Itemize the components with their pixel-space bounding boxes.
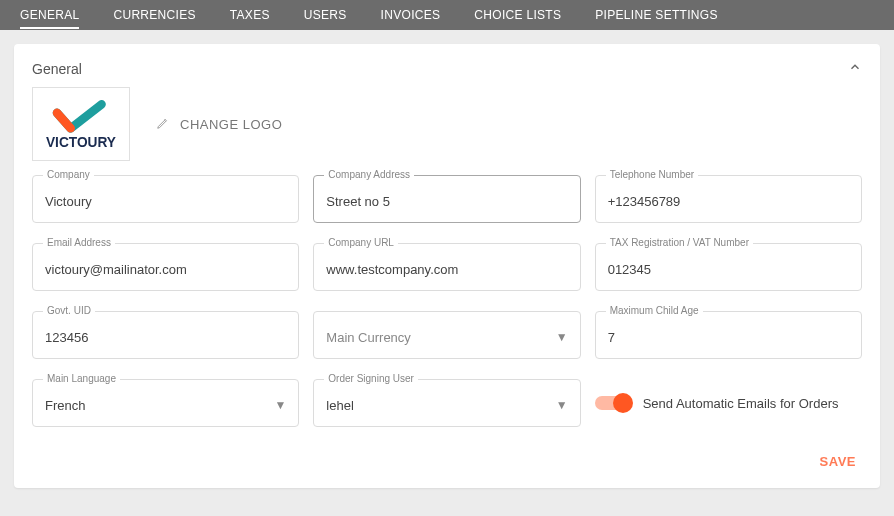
top-nav: GENERAL CURRENCIES TAXES USERS INVOICES … xyxy=(0,0,894,30)
chevron-down-icon: ▼ xyxy=(556,398,568,412)
max-child-age-label: Maximum Child Age xyxy=(606,305,703,316)
change-logo-label: CHANGE LOGO xyxy=(180,117,282,132)
company-address-value: Street no 5 xyxy=(326,194,567,209)
toggle-knob xyxy=(613,393,633,413)
card-title: General xyxy=(32,61,82,77)
telephone-value: +123456789 xyxy=(608,194,849,209)
govt-uid-label: Govt. UID xyxy=(43,305,95,316)
email-value: victoury@mailinator.com xyxy=(45,262,286,277)
order-signing-user-label: Order Signing User xyxy=(324,373,418,384)
main-currency-placeholder: Main Currency xyxy=(326,330,567,345)
email-field[interactable]: Email Address victoury@mailinator.com xyxy=(32,243,299,291)
vat-field[interactable]: TAX Registration / VAT Number 012345 xyxy=(595,243,862,291)
company-url-field[interactable]: Company URL www.testcompany.com xyxy=(313,243,580,291)
company-address-field[interactable]: Company Address Street no 5 xyxy=(313,175,580,223)
auto-emails-label: Send Automatic Emails for Orders xyxy=(643,396,839,411)
company-field[interactable]: Company Victoury xyxy=(32,175,299,223)
change-logo-button[interactable]: CHANGE LOGO xyxy=(156,116,282,133)
max-child-age-field[interactable]: Maximum Child Age 7 xyxy=(595,311,862,359)
order-signing-user-value: lehel xyxy=(326,398,567,413)
govt-uid-value: 123456 xyxy=(45,330,286,345)
nav-tab-choice-lists[interactable]: CHOICE LISTS xyxy=(474,1,561,29)
company-value: Victoury xyxy=(45,194,286,209)
auto-emails-row: Send Automatic Emails for Orders xyxy=(595,379,862,427)
main-currency-select[interactable]: Main Currency ▼ xyxy=(313,311,580,359)
chevron-down-icon: ▼ xyxy=(556,330,568,344)
telephone-field[interactable]: Telephone Number +123456789 xyxy=(595,175,862,223)
nav-tab-taxes[interactable]: TAXES xyxy=(230,1,270,29)
max-child-age-value: 7 xyxy=(608,330,849,345)
govt-uid-field[interactable]: Govt. UID 123456 xyxy=(32,311,299,359)
main-language-value: French xyxy=(45,398,286,413)
nav-tab-currencies[interactable]: CURRENCIES xyxy=(113,1,195,29)
general-card: General VICTOURY CHANGE LOGO xyxy=(14,44,880,488)
company-url-value: www.testcompany.com xyxy=(326,262,567,277)
company-label: Company xyxy=(43,169,94,180)
save-button[interactable]: SAVE xyxy=(814,453,862,470)
telephone-label: Telephone Number xyxy=(606,169,699,180)
nav-tab-general[interactable]: GENERAL xyxy=(20,1,79,29)
auto-emails-toggle[interactable] xyxy=(595,396,631,410)
nav-tab-pipeline-settings[interactable]: PIPELINE SETTINGS xyxy=(595,1,717,29)
vat-label: TAX Registration / VAT Number xyxy=(606,237,753,248)
logo-text: VICTOURY xyxy=(46,135,116,150)
collapse-icon[interactable] xyxy=(848,60,862,77)
nav-tab-invoices[interactable]: INVOICES xyxy=(381,1,441,29)
pencil-icon xyxy=(156,116,170,133)
main-language-label: Main Language xyxy=(43,373,120,384)
main-language-select[interactable]: Main Language French ▼ xyxy=(32,379,299,427)
nav-tab-users[interactable]: USERS xyxy=(304,1,347,29)
company-url-label: Company URL xyxy=(324,237,398,248)
email-label: Email Address xyxy=(43,237,115,248)
chevron-down-icon: ▼ xyxy=(274,398,286,412)
company-address-label: Company Address xyxy=(324,169,414,180)
order-signing-user-select[interactable]: Order Signing User lehel ▼ xyxy=(313,379,580,427)
company-logo: VICTOURY xyxy=(32,87,130,161)
vat-value: 012345 xyxy=(608,262,849,277)
